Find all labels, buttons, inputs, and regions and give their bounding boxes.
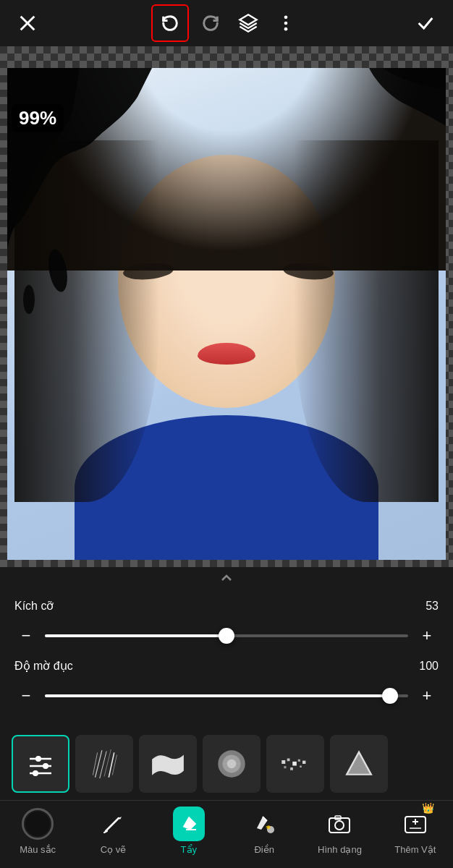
bottom-tool-pen[interactable]: Cọ vẽ [75, 808, 151, 855]
eraser-icon [177, 811, 200, 834]
brush-item-thin[interactable] [75, 735, 133, 793]
bottom-tool-add[interactable]: 👑 Thêm Vật [378, 808, 453, 855]
svg-point-40 [335, 821, 344, 830]
lips [198, 343, 255, 365]
collapse-handle[interactable] [0, 567, 453, 590]
bottom-tool-shape[interactable]: Hình dạng [302, 808, 377, 855]
pen-icon [100, 811, 126, 837]
brush-item-dots[interactable] [203, 735, 261, 793]
opacity-slider-row: Độ mờ đục 100 [14, 659, 439, 673]
confirm-button[interactable] [410, 7, 441, 39]
size-label: Kích cỡ [14, 599, 80, 613]
opacity-minus-button[interactable]: − [14, 684, 38, 707]
add-icon [402, 811, 428, 837]
pen-label: Cọ vẽ [101, 844, 127, 855]
svg-point-4 [284, 22, 288, 25]
fill-icon-container [248, 808, 280, 840]
svg-rect-29 [284, 766, 286, 768]
svg-line-18 [109, 752, 114, 777]
percent-value: 99% [19, 107, 56, 129]
color-icon [22, 808, 54, 840]
svg-rect-24 [281, 760, 285, 764]
percent-badge: 99% [12, 104, 64, 132]
crown-icon: 👑 [422, 802, 434, 814]
svg-point-23 [227, 760, 237, 769]
size-slider-fill [45, 634, 226, 637]
fill-icon [251, 811, 277, 837]
svg-rect-25 [287, 759, 290, 762]
svg-point-9 [35, 756, 41, 762]
svg-rect-30 [290, 767, 293, 770]
toolbar-center [151, 4, 302, 42]
color-label: Màu sắc [20, 844, 56, 855]
size-slider-control: − + [14, 624, 439, 647]
shape-label: Hình dạng [318, 844, 362, 855]
close-button[interactable] [12, 7, 43, 39]
size-slider-row: Kích cỡ 53 [14, 599, 439, 613]
add-icon-container: 👑 [399, 808, 431, 840]
svg-point-5 [284, 27, 288, 31]
fill-label: Điền [254, 844, 274, 855]
controls-panel: Kích cỡ 53 − + Độ mờ đục 100 − + [0, 590, 453, 728]
eraser-label: Tẩy [181, 844, 197, 855]
add-label: Thêm Vật [394, 844, 436, 855]
hair-right [294, 140, 439, 502]
size-value: 53 [410, 600, 439, 613]
svg-point-11 [43, 763, 48, 769]
shape-icon-container [323, 808, 355, 840]
bottom-tool-eraser[interactable]: Tẩy [151, 808, 226, 855]
size-slider-thumb[interactable] [219, 628, 234, 644]
color-circle [22, 808, 54, 840]
svg-point-3 [284, 16, 288, 20]
svg-point-13 [33, 770, 38, 776]
more-button[interactable] [270, 7, 302, 39]
svg-rect-26 [292, 762, 297, 766]
svg-marker-33 [348, 754, 370, 774]
svg-line-34 [106, 818, 119, 831]
shape-icon [326, 811, 352, 837]
bottom-toolbar: Màu sắc Cọ vẽ Tẩy [0, 800, 453, 868]
opacity-value: 100 [410, 660, 439, 673]
svg-rect-28 [302, 761, 305, 764]
opacity-slider-track[interactable] [45, 694, 408, 697]
undo-button-wrapper [151, 4, 189, 42]
hair-left [14, 140, 159, 502]
eraser-icon-container [173, 808, 205, 840]
pen-icon-container [97, 808, 129, 840]
size-minus-button[interactable]: − [14, 624, 38, 647]
canvas-area[interactable]: 99% [0, 46, 453, 567]
eraser-active-bg [173, 807, 205, 841]
opacity-label: Độ mờ đục [14, 659, 80, 673]
svg-marker-2 [240, 14, 256, 25]
opacity-slider-thumb[interactable] [382, 688, 398, 704]
bottom-tool-fill[interactable]: Điền [226, 808, 302, 855]
toolbar-left [12, 7, 43, 39]
brush-item-wide[interactable] [139, 735, 197, 793]
redo-button[interactable] [195, 7, 226, 39]
brush-item-settings[interactable] [12, 735, 69, 793]
brush-selector [0, 728, 453, 800]
bottom-tool-color[interactable]: Màu sắc [0, 808, 75, 855]
svg-rect-31 [300, 766, 302, 768]
layers-button[interactable] [232, 7, 264, 39]
size-plus-button[interactable]: + [415, 624, 439, 647]
svg-line-35 [104, 831, 107, 833]
brush-item-scatter[interactable] [266, 735, 324, 793]
photo-container [7, 68, 446, 560]
color-circle-inner [25, 812, 50, 836]
toolbar-right [410, 7, 441, 39]
opacity-plus-button[interactable]: + [415, 684, 439, 707]
svg-rect-27 [298, 760, 300, 762]
top-toolbar [0, 0, 453, 46]
opacity-slider-fill [45, 694, 390, 697]
undo-button[interactable] [154, 7, 186, 39]
brush-item-mountain[interactable] [330, 735, 388, 793]
opacity-slider-control: − + [14, 684, 439, 707]
size-slider-track[interactable] [45, 634, 408, 637]
